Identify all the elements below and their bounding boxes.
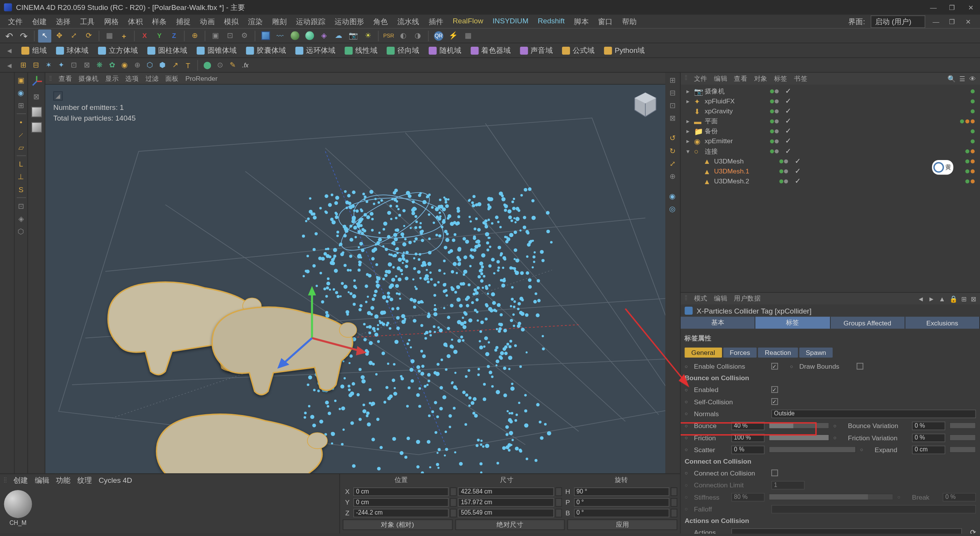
om-menu-edit[interactable]: 编辑 — [714, 74, 727, 83]
tree-row-连接[interactable]: ▾○连接✓ — [682, 146, 979, 156]
side-nav-3[interactable]: ⊡ — [667, 99, 679, 111]
texture-mode[interactable]: ◉ — [15, 87, 27, 98]
am-menu-userdata[interactable]: 用户数据 — [734, 294, 761, 303]
menu-网格[interactable]: 网格 — [100, 15, 122, 28]
rotate-tool[interactable]: ⟳ — [82, 29, 95, 42]
snap-3[interactable]: ⬡ — [15, 226, 27, 237]
om-filter-icon[interactable]: ☰ — [959, 75, 965, 82]
vp-menu-filter[interactable]: 过滤 — [145, 74, 159, 83]
check-enabled[interactable] — [771, 386, 778, 392]
ti-1[interactable]: ⊞ — [18, 60, 29, 70]
actions-list[interactable] — [731, 528, 962, 533]
domain-back[interactable]: ◄ — [3, 44, 16, 57]
material-preview[interactable] — [4, 490, 32, 518]
ti-17[interactable]: ✎ — [227, 60, 238, 70]
spline-primitive[interactable]: 〰 — [273, 29, 287, 42]
ti-back[interactable]: ◄ — [3, 58, 16, 72]
am-new-icon[interactable]: ⊞ — [961, 295, 967, 302]
scale-tool[interactable]: ⤢ — [67, 29, 81, 42]
transform-gizmo[interactable] — [245, 285, 379, 371]
axis-mode[interactable]: L — [15, 158, 27, 170]
side-nav-5[interactable]: ↺ — [667, 132, 679, 144]
light-obj[interactable]: ☀ — [361, 29, 375, 42]
om-search-icon[interactable]: 🔍 — [947, 75, 956, 82]
slider-bounce-var[interactable] — [949, 422, 976, 428]
cube-blue-icon[interactable] — [29, 105, 44, 119]
menu-脚本[interactable]: 脚本 — [570, 15, 593, 28]
ti-5[interactable]: ⊡ — [69, 60, 79, 70]
input-friction-var[interactable]: 0 % — [912, 433, 945, 442]
mm-menu-cycles[interactable]: Cycles 4D — [99, 476, 132, 484]
misc-3[interactable]: ⚡ — [447, 29, 460, 42]
attr-tab-basic[interactable]: 基本 — [681, 317, 755, 328]
tree-row-xpGravity[interactable]: ⬇xpGravity✓ — [682, 106, 979, 116]
panel-maximize-button[interactable]: ❐ — [947, 17, 957, 25]
domain-9[interactable]: 随机域 — [425, 44, 465, 57]
ti-6[interactable]: ⊠ — [81, 60, 92, 70]
viewport-3d[interactable]: ◢ Number of emitters: 1 Total live parti… — [45, 85, 665, 505]
am-menu-edit[interactable]: 编辑 — [714, 294, 727, 303]
side-nav-4[interactable]: ⊠ — [667, 112, 679, 124]
menu-模拟[interactable]: 模拟 — [220, 15, 243, 28]
panel-close-button[interactable]: ✕ — [963, 17, 973, 25]
render-view[interactable]: ▣ — [209, 29, 222, 42]
menu-渲染[interactable]: 渲染 — [244, 15, 266, 28]
check-connect-collision[interactable] — [771, 469, 778, 476]
input-expand[interactable]: 0 cm — [912, 445, 945, 454]
cube-primitive[interactable] — [259, 29, 272, 42]
menu-工具[interactable]: 工具 — [76, 15, 99, 28]
generator2[interactable] — [303, 29, 316, 42]
slider-friction-var[interactable] — [949, 434, 976, 441]
attr-tab-exclusions[interactable]: Exclusions — [905, 317, 980, 328]
vp-menu-prorender[interactable]: ProRender — [185, 75, 217, 82]
select-normals[interactable]: Outside — [771, 409, 976, 418]
ti-14[interactable]: T — [183, 60, 193, 70]
soft-sel[interactable]: S — [15, 183, 27, 195]
add-tool[interactable]: + — [118, 29, 131, 42]
locked-icon[interactable]: ⊠ — [29, 89, 44, 104]
minimize-button[interactable]: — — [928, 3, 939, 11]
domain-6[interactable]: 远环体域 — [291, 44, 339, 57]
vp-menu-display[interactable]: 显示 — [105, 74, 119, 83]
misc-2[interactable]: ◑ — [412, 29, 425, 42]
subtab-spawn[interactable]: Spawn — [799, 347, 833, 357]
cube-grey-icon[interactable] — [29, 120, 44, 134]
attr-tab-tag[interactable]: 标签 — [756, 317, 830, 328]
material-name[interactable]: CH_M — [10, 520, 26, 526]
menu-帮助[interactable]: 帮助 — [618, 15, 640, 28]
om-menu-tags[interactable]: 标签 — [774, 74, 787, 83]
mm-menu-create[interactable]: 创建 — [13, 475, 28, 485]
enable-axis[interactable]: ⊥ — [15, 171, 27, 183]
layout-selector[interactable]: 启动 (用户) — [871, 15, 925, 28]
am-lock-icon[interactable]: 🔒 — [949, 295, 957, 302]
domain-7[interactable]: 线性域 — [341, 44, 381, 57]
domain-2[interactable]: 立方体域 — [94, 44, 142, 57]
menu-redshift[interactable]: Redshift — [534, 15, 568, 28]
ti-12[interactable]: ⬢ — [157, 60, 168, 70]
mascot-badge[interactable]: 黄 — [932, 160, 954, 175]
menu-窗口[interactable]: 窗口 — [594, 15, 617, 28]
domain-10[interactable]: 着色器域 — [467, 44, 514, 57]
panel-minimize-button[interactable]: — — [931, 17, 941, 25]
menu-insydium[interactable]: INSYDIUM — [488, 15, 532, 28]
input-scatter[interactable]: 0 % — [731, 445, 764, 454]
menu-创建[interactable]: 创建 — [28, 15, 51, 28]
input-bounce-var[interactable]: 0 % — [912, 421, 945, 430]
am-nav-back[interactable]: ◄ — [918, 295, 924, 302]
tree-row-平面[interactable]: ▸▬平面✓ — [682, 116, 979, 126]
misc-4[interactable]: ▦ — [461, 29, 475, 42]
domain-1[interactable]: 球体域 — [52, 44, 93, 57]
coord-mode-select[interactable]: 对象 (相对) — [343, 520, 452, 530]
subtab-reaction[interactable]: Reaction — [758, 347, 798, 357]
edge-mode[interactable]: ⟋ — [15, 129, 27, 141]
side-nav-8[interactable]: ⊕ — [667, 170, 679, 182]
poly-mode[interactable]: ▱ — [15, 141, 27, 153]
maximize-button[interactable]: ❐ — [947, 3, 957, 11]
move-tool[interactable]: ✥ — [53, 29, 66, 42]
check-enable-collisions[interactable] — [771, 363, 778, 369]
x-axis-lock[interactable]: X — [138, 29, 151, 42]
ti-13[interactable]: ↗ — [170, 60, 181, 70]
side-nav-2[interactable]: ⊟ — [667, 87, 679, 98]
menu-动画[interactable]: 动画 — [196, 15, 219, 28]
om-menu-bookmarks[interactable]: 书签 — [794, 74, 807, 83]
